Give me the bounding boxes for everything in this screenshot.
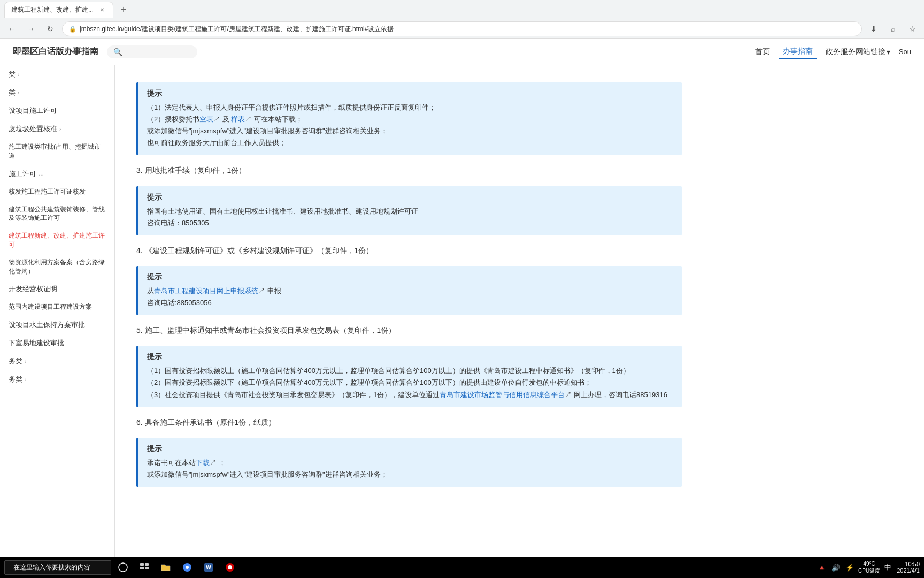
sidebar-label: 废垃圾处置核准 — [9, 124, 57, 134]
tab-close-button[interactable]: ✕ — [98, 6, 106, 14]
search-input[interactable] — [127, 48, 191, 56]
section-4-text: 4. 《建设工程规划许可证》或《乡村建设规划许可证》（复印件，1份） — [136, 246, 373, 255]
sidebar-label: 类 — [9, 70, 16, 79]
download-button[interactable]: ⬇ — [866, 21, 881, 36]
network-icon[interactable]: 🔺 — [817, 562, 827, 573]
sidebar-item-resources[interactable]: 物资源化利用方案备案（含房路绿化管沟） — [0, 254, 114, 280]
sidebar-item-services[interactable]: 务类 › — [0, 352, 114, 370]
sidebar-label: 务类 — [9, 356, 22, 366]
sidebar-label: 范围内建设项目工程建设方案 — [9, 302, 92, 311]
svg-rect-4 — [145, 567, 149, 569]
sidebar-arrow: … — [38, 171, 44, 177]
page-layout: 类 › 类 › 设项目施工许可 废垃圾处置核准 › 施工建设类审批(占用、挖掘城… — [0, 65, 924, 578]
cpu-label: CPU温度 — [858, 567, 880, 574]
search-icon: 🔍 — [113, 48, 122, 56]
zoom-button[interactable]: ⌕ — [886, 21, 900, 36]
forward-button[interactable]: → — [24, 21, 38, 36]
sidebar-item-water[interactable]: 设项目水土保持方案审批 — [0, 316, 114, 334]
taskbar-search-text[interactable]: 在这里输入你要搜索的内容 — [4, 560, 111, 575]
address-bar: ← → ↻ 🔒 jmbszn.gitee.io/guide/建设项目类/建筑工程… — [0, 19, 924, 39]
sidebar-item-issue[interactable]: 核发施工程施工许可证核发 — [0, 183, 114, 201]
nav-gov-label: 政务服务网站链接 — [826, 47, 886, 57]
svg-rect-2 — [145, 563, 149, 566]
windows-search-icon — [118, 562, 128, 572]
hint-content-1: （1）法定代表人、申报人身份证平台提供证件照片或扫描件，纸质提供身份证正反面复印… — [147, 102, 673, 149]
hint-content-3: 从青岛市工程建设项目网上申报系统↗ 申报 咨询电话:885053056 — [147, 285, 673, 309]
taskbar-apps-button[interactable] — [135, 558, 154, 577]
sidebar-item-decoration[interactable]: 建筑工程公共建筑装饰装修、管线及等装饰施工许可 — [0, 201, 114, 227]
refresh-button[interactable]: ↻ — [43, 21, 58, 36]
sidebar-item-category2[interactable]: 类 › — [0, 83, 114, 102]
new-tab-button[interactable]: + — [116, 2, 132, 18]
active-tab[interactable]: 建筑工程新建、改建、扩建... ✕ — [4, 2, 113, 18]
taskbar-right: 🔺 🔊 ⚡ 49°C CPU温度 中 10:50 2021/4/1 — [817, 560, 920, 574]
date: 2021/4/1 — [897, 567, 920, 574]
word-icon: W — [204, 562, 213, 572]
sidebar-label: 物资源化利用方案备案（含房路绿化管沟） — [9, 258, 106, 276]
back-button[interactable]: ← — [4, 21, 19, 36]
top-nav-links: 首页 办事指南 政务服务网站链接 ▾ Sou — [751, 44, 911, 59]
sidebar-item-dev-rights[interactable]: 开发经营权证明 — [0, 280, 114, 298]
sidebar-item-project-plan[interactable]: 范围内建设项目工程建设方案 — [0, 298, 114, 316]
hint-box-4: 提示 （1）国有投资招标限额以上（施工单项合同估算价400万元以上，监理单项合同… — [136, 346, 682, 407]
svg-text:W: W — [206, 565, 211, 571]
battery-icon[interactable]: ⚡ — [844, 562, 855, 573]
temp-info: 49°C CPU温度 — [858, 560, 880, 574]
sidebar-arrow: › — [59, 126, 61, 132]
sidebar-item-category1[interactable]: 类 › — [0, 65, 114, 83]
link-download[interactable]: 下载 — [196, 459, 210, 467]
nav-gov-link[interactable]: 政务服务网站链接 ▾ — [821, 45, 895, 59]
svg-rect-3 — [140, 567, 144, 569]
sidebar-arrow: › — [18, 72, 19, 78]
link-qingdao-market[interactable]: 青岛市建设市场监管与信用信息综合平台 — [440, 391, 565, 399]
url-text: jmbszn.gitee.io/guide/建设项目类/建筑工程施工许可/房屋建… — [80, 25, 855, 34]
folder-icon — [161, 562, 171, 572]
sidebar-label: 下室易地建设审批 — [9, 338, 64, 348]
sidebar-item-basement[interactable]: 下室易地建设审批 — [0, 334, 114, 352]
svg-rect-1 — [140, 563, 144, 566]
sidebar-item-permit[interactable]: 设项目施工许可 — [0, 102, 114, 120]
taskbar-chrome-button[interactable] — [178, 558, 197, 577]
link-qingdao-system[interactable]: 青岛市工程建设项目网上申报系统 — [154, 287, 258, 295]
taskbar-word-button[interactable]: W — [199, 558, 218, 577]
lang-icon[interactable]: 中 — [883, 561, 892, 573]
sidebar-label: 务类 — [9, 375, 22, 384]
link-sample-form[interactable]: 样表 — [231, 115, 245, 123]
sidebar-item-waste[interactable]: 废垃圾处置核准 › — [0, 120, 114, 138]
hint-title-3: 提示 — [147, 272, 673, 282]
url-bar[interactable]: 🔒 jmbszn.gitee.io/guide/建设项目类/建筑工程施工许可/房… — [62, 21, 862, 36]
chrome-icon — [182, 562, 192, 572]
sidebar-label: 类 — [9, 88, 16, 97]
sidebar-label: 建筑工程新建、改建、扩建施工许可 — [9, 231, 106, 249]
nav-home[interactable]: 首页 — [751, 45, 774, 59]
system-tray: 🔺 🔊 ⚡ 49°C CPU温度 中 — [817, 560, 892, 574]
hint-box-2: 提示 指国有土地使用证、国有土地使用权出让批准书、建设用地批准书、建设用地规划许… — [136, 186, 682, 235]
nav-guide[interactable]: 办事指南 — [779, 44, 817, 59]
section-3-text: 3. 用地批准手续（复印件，1份） — [136, 166, 246, 174]
sidebar-item-construction-permit[interactable]: 施工许可 … — [0, 165, 114, 183]
main-content: 提示 （1）法定代表人、申报人身份证平台提供证件照片或扫描件，纸质提供身份证正反… — [115, 65, 924, 578]
taskbar-folder-button[interactable] — [156, 558, 175, 577]
taskbar-circle-button[interactable] — [113, 558, 133, 577]
section-5-text: 5. 施工、监理中标通知书或青岛市社会投资项目承发包交易表（复印件，1份） — [136, 326, 396, 334]
link-blank-form[interactable]: 空表 — [199, 115, 213, 123]
sidebar-label: 核发施工程施工许可证核发 — [9, 187, 86, 196]
temp-value: 49°C — [858, 560, 880, 567]
taskbar-record-button[interactable] — [220, 558, 240, 577]
hint-content-2: 指国有土地使用证、国有土地使用权出让批准书、建设用地批准书、建设用地规划许可证 … — [147, 206, 673, 229]
section-item-4: 4. 《建设工程规划许可证》或《乡村建设规划许可证》（复印件，1份） — [136, 244, 682, 257]
bookmark-button[interactable]: ☆ — [905, 21, 920, 36]
sidebar-item-construction[interactable]: 施工建设类审批(占用、挖掘城市道 — [0, 138, 114, 165]
clock: 10:50 — [897, 561, 920, 567]
sidebar-item-new-construction[interactable]: 建筑工程新建、改建、扩建施工许可 — [0, 227, 114, 254]
top-navigation: 即墨区白话版办事指南 🔍 首页 办事指南 政务服务网站链接 ▾ Sou — [0, 39, 924, 65]
sidebar-item-services2[interactable]: 务类 › — [0, 370, 114, 389]
volume-icon[interactable]: 🔊 — [830, 562, 841, 573]
svg-point-0 — [119, 563, 127, 572]
tab-title: 建筑工程新建、改建、扩建... — [11, 5, 94, 14]
search-bar[interactable]: 🔍 — [107, 45, 197, 58]
sidebar-arrow: › — [18, 90, 19, 96]
site-logo: 即墨区白话版办事指南 — [13, 46, 98, 57]
sidebar-label: 设项目水土保持方案审批 — [9, 320, 85, 330]
taskbar: 在这里输入你要搜索的内容 W 🔺 🔊 ⚡ 49°C CPU温度 — [0, 557, 924, 578]
